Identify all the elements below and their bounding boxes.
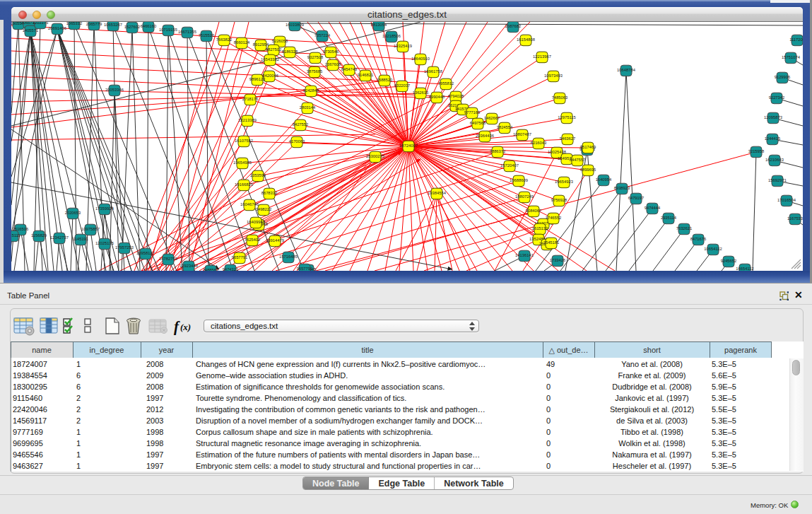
- svg-text:8454749: 8454749: [341, 67, 358, 71]
- svg-text:19654923: 19654923: [555, 180, 573, 184]
- svg-text:9474444: 9474444: [645, 206, 661, 210]
- svg-text:7663822: 7663822: [216, 37, 233, 42]
- svg-text:16782759: 16782759: [159, 257, 177, 261]
- svg-text:1203375: 1203375: [33, 22, 49, 25]
- svg-text:9517469: 9517469: [580, 145, 596, 149]
- svg-text:9242848: 9242848: [303, 88, 319, 93]
- svg-text:6216043: 6216043: [531, 141, 547, 145]
- svg-text:16654112: 16654112: [736, 267, 753, 271]
- svg-text:18640910: 18640910: [411, 57, 430, 61]
- svg-text:10719155: 10719155: [159, 28, 177, 32]
- svg-text:9657791: 9657791: [297, 267, 313, 271]
- svg-text:20053346: 20053346: [105, 88, 124, 92]
- svg-text:16671355: 16671355: [178, 30, 196, 34]
- svg-text:7886372: 7886372: [490, 149, 506, 153]
- svg-text:8912954: 8912954: [253, 42, 269, 47]
- svg-text:8471676: 8471676: [690, 237, 707, 241]
- svg-text:7357224: 7357224: [314, 33, 331, 37]
- svg-text:15716485: 15716485: [279, 255, 298, 259]
- svg-text:16046746: 16046746: [240, 202, 259, 206]
- svg-text:8447557: 8447557: [570, 158, 586, 162]
- svg-text:9474321: 9474321: [223, 267, 239, 271]
- svg-text:3824554: 3824554: [497, 125, 513, 129]
- svg-text:16409948: 16409948: [247, 220, 265, 224]
- svg-text:9227342: 9227342: [769, 95, 785, 100]
- svg-text:16914479: 16914479: [266, 238, 284, 243]
- svg-text:15720407: 15720407: [500, 163, 519, 168]
- svg-text:8678332: 8678332: [261, 191, 278, 195]
- svg-text:2020653: 2020653: [65, 211, 81, 215]
- svg-text:12342737: 12342737: [50, 235, 69, 240]
- svg-text:17957253: 17957253: [115, 245, 134, 250]
- svg-text:9146821: 9146821: [358, 73, 374, 77]
- svg-text:7515526: 7515526: [199, 33, 215, 37]
- svg-text:1640954: 1640954: [596, 177, 612, 182]
- svg-text:1527602: 1527602: [124, 25, 141, 29]
- svg-text:2718176: 2718176: [242, 97, 259, 101]
- svg-text:7488563: 7488563: [203, 268, 219, 271]
- svg-text:1117206: 1117206: [789, 37, 803, 42]
- svg-text:19384554: 19384554: [428, 191, 447, 195]
- svg-text:3875685: 3875685: [307, 69, 323, 74]
- svg-text:16154808: 16154808: [517, 37, 535, 42]
- svg-text:20364436: 20364436: [476, 134, 494, 138]
- svg-text:9245652: 9245652: [721, 259, 737, 263]
- svg-text:1362615: 1362615: [413, 90, 429, 95]
- svg-text:16961758: 16961758: [424, 69, 442, 74]
- svg-text:9896123: 9896123: [249, 77, 266, 81]
- svg-text:19654985: 19654985: [233, 160, 252, 165]
- svg-text:1065332: 1065332: [66, 22, 83, 25]
- svg-text:10973493: 10973493: [544, 74, 563, 78]
- svg-text:16543382: 16543382: [261, 57, 279, 62]
- svg-text:17359924: 17359924: [95, 206, 114, 211]
- svg-text:9657791: 9657791: [232, 255, 248, 259]
- svg-text:7632621: 7632621: [676, 226, 693, 230]
- svg-text:14136141: 14136141: [515, 253, 534, 257]
- svg-text:25300275: 25300275: [366, 154, 384, 158]
- svg-text:20691406: 20691406: [48, 26, 66, 30]
- svg-text:12213389: 12213389: [238, 118, 257, 122]
- svg-text:1167533: 1167533: [787, 216, 803, 221]
- svg-text:8938923: 8938923: [614, 186, 630, 190]
- svg-text:10654112: 10654112: [704, 247, 722, 251]
- svg-text:15751074: 15751074: [782, 55, 801, 59]
- svg-text:2935114: 2935114: [661, 216, 677, 220]
- svg-text:12975115: 12975115: [558, 115, 575, 119]
- svg-text:16033809: 16033809: [286, 23, 304, 27]
- svg-text:10975857: 10975857: [81, 227, 100, 231]
- svg-text:1353594: 1353594: [250, 173, 266, 177]
- svg-text:2545181: 2545181: [543, 240, 560, 245]
- svg-text:1244415: 1244415: [765, 136, 781, 141]
- svg-text:6497568: 6497568: [470, 121, 486, 125]
- svg-text:6899695: 6899695: [580, 168, 596, 172]
- svg-text:1588520: 1588520: [377, 78, 393, 82]
- svg-text:8813054: 8813054: [371, 23, 387, 27]
- svg-text:9463627: 9463627: [560, 136, 576, 141]
- svg-text:6466160: 6466160: [141, 24, 157, 28]
- svg-text:1746552: 1746552: [546, 216, 562, 220]
- svg-text:6794028: 6794028: [448, 94, 464, 98]
- svg-text:9129906: 9129906: [775, 75, 791, 79]
- svg-text:12923448: 12923448: [180, 264, 198, 268]
- svg-text:12213967: 12213967: [533, 54, 551, 59]
- svg-text:9084067: 9084067: [526, 209, 542, 213]
- svg-text:19218506: 19218506: [382, 34, 401, 38]
- svg-text:18724007: 18724007: [399, 144, 418, 148]
- svg-text:8427552: 8427552: [293, 122, 309, 127]
- svg-text:17016504: 17016504: [777, 198, 796, 202]
- svg-text:10958127: 10958127: [136, 251, 155, 255]
- svg-text:10807487: 10807487: [513, 132, 531, 136]
- svg-text:3215958: 3215958: [748, 149, 765, 153]
- svg-text:2367608: 2367608: [325, 62, 341, 66]
- svg-text:8990448: 8990448: [429, 95, 445, 99]
- svg-text:8186328: 8186328: [282, 49, 298, 54]
- svg-text:1615132: 1615132: [532, 226, 548, 230]
- svg-text:9756928: 9756928: [551, 198, 567, 202]
- svg-text:16107552: 16107552: [235, 139, 253, 143]
- svg-text:13325419: 13325419: [394, 44, 412, 48]
- svg-text:19166825: 19166825: [235, 182, 253, 187]
- svg-text:15692971: 15692971: [768, 178, 787, 182]
- svg-text:1145191: 1145191: [73, 237, 88, 241]
- svg-text:4170063: 4170063: [289, 139, 305, 144]
- svg-text:6479197: 6479197: [628, 196, 645, 200]
